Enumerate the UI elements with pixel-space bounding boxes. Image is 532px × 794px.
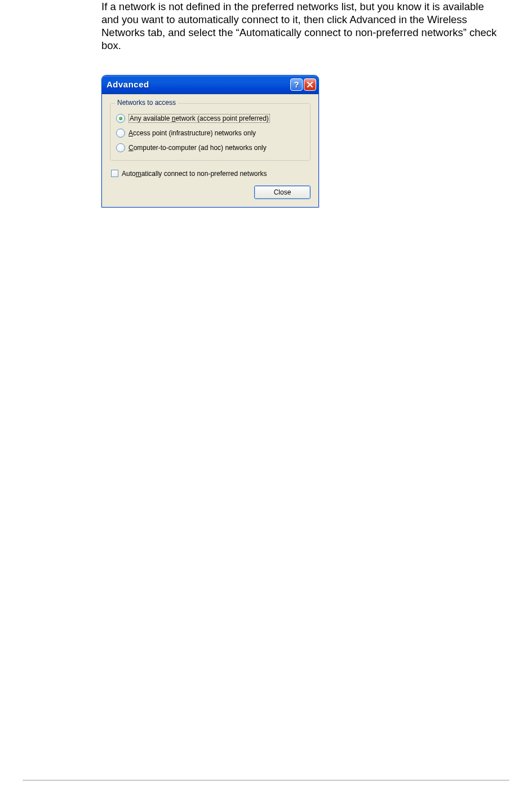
- help-icon: ?: [294, 80, 299, 89]
- close-button[interactable]: Close: [254, 186, 311, 199]
- radio-icon: [116, 129, 125, 138]
- checkbox-icon: [111, 170, 118, 177]
- radio-label: Access point (infrastructure) networks o…: [128, 129, 256, 137]
- radio-icon: [116, 114, 125, 123]
- dialog-title: Advanced: [107, 80, 290, 89]
- radio-any-available[interactable]: Any available network (access point pref…: [116, 114, 304, 123]
- intro-paragraph: If a network is not defined in the prefe…: [101, 0, 498, 52]
- titlebar[interactable]: Advanced ?: [102, 76, 318, 94]
- radio-icon: [116, 143, 125, 152]
- radio-adhoc-only[interactable]: Computer-to-computer (ad hoc) networks o…: [116, 143, 304, 152]
- networks-to-access-group: Networks to access Any available network…: [110, 103, 311, 161]
- close-icon: [307, 81, 313, 88]
- footer-divider: [23, 780, 509, 780]
- close-window-button[interactable]: [304, 78, 316, 91]
- radio-access-point-only[interactable]: Access point (infrastructure) networks o…: [116, 129, 304, 138]
- group-legend: Networks to access: [115, 99, 178, 107]
- advanced-dialog: Advanced ? Networks to access: [101, 75, 319, 208]
- radio-label: Computer-to-computer (ad hoc) networks o…: [128, 144, 267, 152]
- checkbox-label: Automatically connect to non-preferred n…: [122, 170, 267, 178]
- auto-connect-checkbox[interactable]: Automatically connect to non-preferred n…: [111, 170, 311, 178]
- help-button[interactable]: ?: [290, 78, 303, 91]
- radio-label: Any available network (access point pref…: [128, 114, 270, 123]
